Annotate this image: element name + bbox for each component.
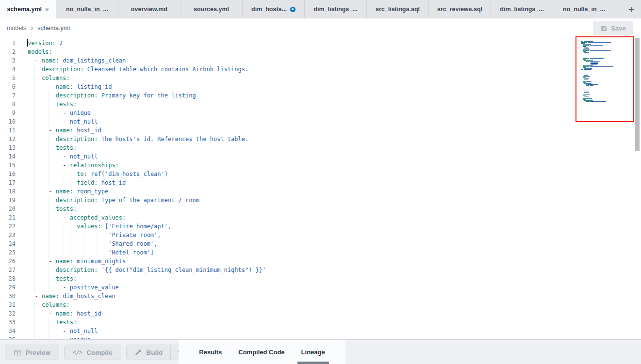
console-tab-results[interactable]: Results — [191, 340, 230, 364]
console-tab-lineage[interactable]: Lineage — [293, 340, 333, 364]
editor-tab[interactable]: no_nulls_in_... — [56, 0, 118, 18]
minimap-segment — [583, 81, 585, 82]
minimap-segment — [581, 71, 585, 71]
code-line[interactable]: 32 - name: host_id — [0, 309, 641, 318]
build-button[interactable]: Build — [127, 345, 171, 360]
editor-tab[interactable]: dim_listings_... — [305, 0, 367, 18]
code-line[interactable]: 3 - name: dim_listings_clean — [0, 56, 641, 65]
editor-tab[interactable]: overview.md — [118, 0, 181, 18]
preview-button[interactable]: Preview — [5, 345, 59, 360]
code-line[interactable]: 7 description: Primary key for the listi… — [0, 91, 641, 100]
code-line[interactable]: 12 description: The hosts's id. Referenc… — [0, 135, 641, 143]
editor-tab[interactable]: dim_listings_... — [491, 0, 553, 18]
code-line[interactable]: 20 tests: — [0, 205, 641, 213]
minimap-segment — [586, 76, 590, 77]
code-line-content: - unique — [28, 109, 91, 117]
new-tab-button[interactable]: + — [622, 4, 641, 15]
code-line[interactable]: 8 tests: — [0, 100, 641, 109]
code-token — [28, 301, 42, 308]
editor-tab[interactable]: sources.yml — [181, 0, 243, 18]
code-line[interactable]: 23 'Private room', — [0, 231, 641, 239]
editor-tab[interactable]: schema.yml× — [0, 0, 56, 18]
code-token — [28, 75, 42, 81]
code-line[interactable]: 10 - not_null — [0, 117, 641, 126]
line-number: 22 — [0, 222, 16, 231]
code-line[interactable]: 19 description: Type of the apartment / … — [0, 196, 641, 205]
minimap-segment — [581, 88, 583, 88]
code-line[interactable]: 4 description: Cleansed table which cont… — [0, 65, 641, 74]
code-token: unique — [70, 110, 91, 116]
editor-tab-label: src_listings.sql — [376, 6, 420, 13]
minimap-segment — [584, 96, 585, 96]
code-line-content: values: ['Entire home/apt', — [28, 222, 171, 231]
code-line[interactable]: 35 - unique — [0, 335, 641, 339]
code-line[interactable]: 27 description: '{{ doc("dim_listing_cle… — [0, 266, 641, 274]
scrollbar-thumb[interactable] — [635, 38, 640, 151]
minimap-segment — [580, 69, 580, 70]
code-line[interactable]: 26 - name: minimum_nights — [0, 257, 641, 266]
minimap-segment — [586, 49, 590, 50]
save-button[interactable]: Save — [593, 21, 633, 35]
code-line[interactable]: 15 - relationships: — [0, 161, 641, 170]
minimap-segment — [586, 61, 590, 62]
code-line-content: - accepted_values: — [28, 213, 126, 222]
minimap-segment — [585, 83, 592, 84]
code-line[interactable]: 22 values: ['Entire home/apt', — [0, 222, 641, 231]
code-line-content: - name: host_id — [28, 126, 101, 135]
code-token: - — [28, 57, 42, 64]
code-line[interactable]: 11 - name: host_id — [0, 126, 641, 135]
code-line[interactable]: 21 - accepted_values: — [0, 213, 641, 222]
code-token: 'Shared room', — [108, 240, 157, 247]
code-line[interactable]: 33 tests: — [0, 318, 641, 327]
console-tab-compiled-code[interactable]: Compiled Code — [230, 340, 293, 364]
editor-tab[interactable]: src_listings.sql — [367, 0, 429, 18]
editor-tab[interactable]: dim_hosts... — [243, 0, 305, 18]
code-editor[interactable]: 1version: 22models:3 - name: dim_listing… — [0, 38, 641, 339]
minimap-segment — [582, 44, 582, 45]
minimap-segment — [583, 98, 585, 99]
code-line[interactable]: 13 tests: — [0, 143, 641, 152]
code-token: host_id — [73, 310, 101, 317]
code-line[interactable]: 28 tests: — [0, 274, 641, 283]
compile-button[interactable]: </> Compile — [64, 345, 121, 360]
code-line-content: description: Type of the apartment / roo… — [28, 196, 199, 205]
close-icon[interactable]: × — [45, 6, 49, 13]
line-number: 5 — [0, 74, 16, 82]
code-line-content: - name: listing_id — [28, 82, 112, 91]
line-number: 26 — [0, 257, 16, 266]
code-line[interactable]: 6 - name: listing_id — [0, 82, 641, 91]
code-line[interactable]: 9 - unique — [0, 109, 641, 117]
code-token: name: — [42, 57, 59, 64]
minimap-segment — [583, 91, 586, 91]
line-number: 20 — [0, 205, 16, 213]
minimap-segment — [588, 84, 598, 85]
console-tab-label: Results — [199, 348, 222, 356]
editor-tab[interactable]: src_reviews.sql — [429, 0, 491, 18]
line-number: 12 — [0, 135, 16, 143]
minimap-segment — [584, 75, 585, 75]
minimap-segment — [586, 85, 589, 86]
code-line[interactable]: 29 - positive_value — [0, 283, 641, 292]
code-line[interactable]: 17 field: host_id — [0, 178, 641, 187]
code-line[interactable]: 30 - name: dim_hosts_clean — [0, 292, 641, 301]
code-line[interactable]: 31 columns: — [0, 301, 641, 309]
code-token — [28, 136, 56, 142]
code-line[interactable]: 16 to: ref('dim_hosts_clean') — [0, 170, 641, 178]
code-line[interactable]: 24 'Shared room', — [0, 239, 641, 248]
code-line[interactable]: 18 - name: room_type — [0, 187, 641, 196]
code-line[interactable]: 14 - not_null — [0, 152, 641, 161]
code-line[interactable]: 34 - not_null — [0, 327, 641, 335]
minimap[interactable] — [575, 36, 634, 122]
code-line[interactable]: 25 'Hotel room'] — [0, 248, 641, 257]
breadcrumb-models[interactable]: models — [7, 25, 26, 32]
minimap-segment — [586, 84, 588, 85]
code-line[interactable]: 1version: 2 — [0, 39, 641, 47]
minimap-segment — [585, 79, 588, 79]
code-line[interactable]: 2models: — [0, 47, 641, 56]
editor-tab-label: sources.yml — [194, 6, 229, 13]
code-line[interactable]: 5 columns: — [0, 74, 641, 82]
editor-tab[interactable]: no_nulls_in_... — [553, 0, 615, 18]
minimap-segment — [582, 57, 582, 57]
code-token: description: — [42, 66, 84, 73]
code-token: - — [28, 258, 56, 265]
